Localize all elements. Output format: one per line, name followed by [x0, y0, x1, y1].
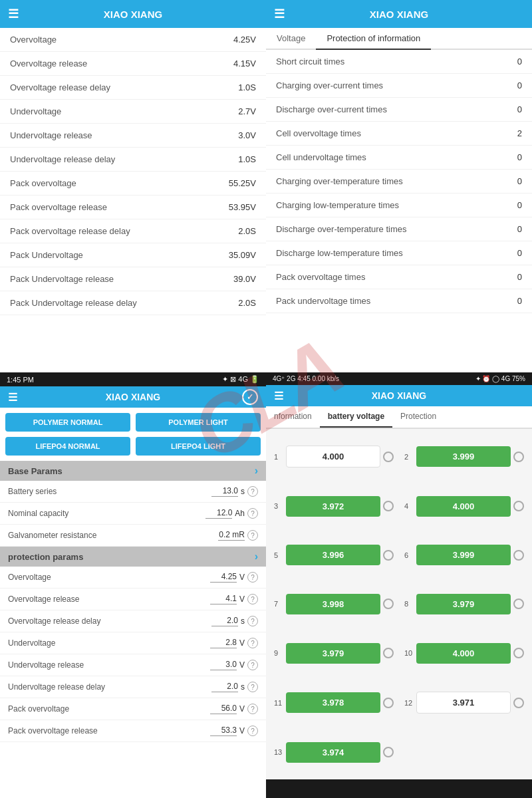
- bl-prot-param-row: Overvoltage 4.25 V ?: [0, 567, 266, 589]
- bl-param-galv-res: Galvanometer resistance 0.2 mR ?: [0, 525, 266, 547]
- cell-voltage: 3.971: [416, 692, 511, 714]
- cell-radio[interactable]: [383, 747, 394, 757]
- help-icon[interactable]: ?: [247, 594, 258, 604]
- cell-radio[interactable]: [513, 648, 524, 658]
- polymer-light-btn[interactable]: POLYMER LIGHT: [136, 413, 261, 432]
- battery-cell: 1 4.000: [269, 432, 399, 482]
- help-icon[interactable]: ?: [247, 704, 258, 714]
- bl-prot-label: Overvoltage: [8, 573, 210, 582]
- polymer-normal-btn[interactable]: POLYMER NORMAL: [5, 413, 130, 432]
- param-row: Pack Undervoltage release 39.0V: [0, 267, 266, 291]
- bl-prot-label: Pack overvoltage release: [8, 726, 210, 735]
- br-status-left: 4G⁺ 2G 4:45 0.00 kb/s: [273, 375, 339, 382]
- bl-prot-param-row: Pack overvoltage release 53.3 V ?: [0, 720, 266, 742]
- galv-res-help[interactable]: ?: [247, 530, 258, 541]
- tr-app-title: XIAO XIANG: [370, 9, 428, 20]
- info-label: Pack undervoltage times: [276, 296, 370, 306]
- cell-radio[interactable]: [383, 550, 394, 561]
- lifepo4-normal-btn[interactable]: LIFEPO4 NORMAL: [5, 437, 130, 456]
- cell-radio[interactable]: [513, 501, 524, 511]
- base-params-label: Base Params: [8, 466, 63, 476]
- info-row: Pack undervoltage times 0: [266, 289, 532, 313]
- battery-cell: 9 3.979: [269, 628, 399, 678]
- menu-icon[interactable]: ☰: [8, 7, 19, 21]
- battery-cell: 3 3.972: [269, 482, 399, 531]
- bottom-nav-bar: [266, 779, 532, 798]
- info-label: Charging over-temperature times: [276, 176, 403, 186]
- cell-number: 6: [404, 551, 414, 559]
- nominal-cap-value: 12.0 Ah ?: [205, 508, 258, 519]
- param-value: 55.25V: [229, 178, 256, 188]
- cell-voltage: 4.000: [286, 446, 380, 467]
- bl-prot-label: Overvoltage release delay: [8, 616, 211, 626]
- cell-radio[interactable]: [383, 452, 394, 462]
- tr-menu-icon[interactable]: ☰: [274, 7, 285, 21]
- info-value: 0: [517, 272, 522, 282]
- cell-number: 1: [274, 453, 283, 461]
- tab-voltage[interactable]: Voltage: [266, 28, 316, 50]
- cell-number: 9: [274, 649, 283, 657]
- bl-prot-value: 53.3 V ?: [210, 726, 258, 736]
- bl-check-icon[interactable]: ✓: [242, 389, 258, 405]
- protection-params-header[interactable]: protection params ›: [0, 547, 266, 567]
- param-label: Undervoltage release: [10, 130, 238, 140]
- info-value: 2: [517, 128, 522, 138]
- cell-voltage: 3.979: [416, 594, 511, 614]
- bl-app-header: ☰ XIAO XIANG ✓: [0, 386, 266, 408]
- bl-prot-value: 56.0 V ?: [210, 704, 258, 714]
- bl-param-battery-series: Battery series 13.0 s ?: [0, 481, 266, 503]
- info-value: 0: [517, 248, 522, 258]
- info-value: 0: [517, 104, 522, 114]
- param-label: Pack Undervoltage release: [10, 274, 233, 284]
- base-params-header[interactable]: Base Params ›: [0, 461, 266, 481]
- cell-number: 10: [404, 649, 414, 657]
- help-icon[interactable]: ?: [247, 616, 258, 626]
- param-label: Pack overvoltage release delay: [10, 226, 238, 236]
- info-label: Short circuit times: [276, 57, 344, 66]
- help-icon[interactable]: ?: [247, 660, 258, 670]
- info-row: Cell undervoltage times 0: [266, 146, 532, 170]
- info-value: 0: [517, 224, 522, 234]
- help-icon[interactable]: ?: [247, 572, 258, 583]
- cell-voltage: 3.974: [286, 742, 380, 763]
- bl-prot-param-row: Undervoltage release delay 2.0 s ?: [0, 676, 266, 698]
- top-right-section: ☰ XIAO XIANG Voltage Protection of infor…: [266, 0, 532, 372]
- top-left-section: ☰ XIAO XIANG Overvoltage 4.25V Overvolta…: [0, 0, 266, 372]
- info-row: Short circuit times 0: [266, 50, 532, 74]
- cell-radio[interactable]: [513, 550, 524, 561]
- help-icon[interactable]: ?: [247, 726, 258, 736]
- tl-app-title: XIAO XIANG: [104, 9, 162, 20]
- battery-series-label: Battery series: [8, 487, 211, 496]
- br-menu-icon[interactable]: ☰: [274, 390, 283, 402]
- cell-number: 8: [404, 600, 414, 608]
- protection-params-arrow: ›: [255, 551, 258, 563]
- nominal-cap-help[interactable]: ?: [247, 508, 258, 519]
- base-params-arrow: ›: [255, 465, 258, 477]
- br-tab-voltage[interactable]: battery voltage: [320, 406, 392, 428]
- tab-protection-info[interactable]: Protection of information: [316, 28, 431, 50]
- cell-radio[interactable]: [513, 598, 524, 609]
- cell-radio[interactable]: [513, 452, 524, 462]
- bl-menu-icon[interactable]: ☰: [8, 391, 17, 404]
- br-tab-info[interactable]: nformation: [266, 406, 320, 428]
- cell-radio[interactable]: [383, 598, 394, 609]
- battery-cell: 2 3.999: [399, 432, 529, 482]
- battery-series-help[interactable]: ?: [247, 486, 258, 497]
- cell-radio[interactable]: [513, 698, 524, 708]
- info-row: Charging low-temperature times 0: [266, 194, 532, 217]
- cell-number: 5: [274, 551, 283, 559]
- info-row: Charging over-current times 0: [266, 74, 532, 98]
- param-label: Pack overvoltage release: [10, 202, 229, 212]
- cell-radio[interactable]: [383, 501, 394, 511]
- br-tab-protection[interactable]: Protection: [392, 406, 444, 428]
- bl-status-bar: 1:45 PM ✦ ⊠ 4G 🔋: [0, 372, 266, 386]
- cell-radio[interactable]: [383, 698, 394, 708]
- lifepo4-light-btn[interactable]: LIFEPO4 LIGHT: [136, 437, 261, 456]
- cell-radio[interactable]: [383, 648, 394, 658]
- help-icon[interactable]: ?: [247, 638, 258, 648]
- cell-number: 3: [274, 502, 283, 510]
- protection-param-table: Overvoltage 4.25V Overvoltage release 4.…: [0, 28, 266, 315]
- help-icon[interactable]: ?: [247, 682, 258, 692]
- param-row: Pack overvoltage release delay 2.0S: [0, 219, 266, 243]
- tl-app-header: ☰ XIAO XIANG: [0, 0, 266, 28]
